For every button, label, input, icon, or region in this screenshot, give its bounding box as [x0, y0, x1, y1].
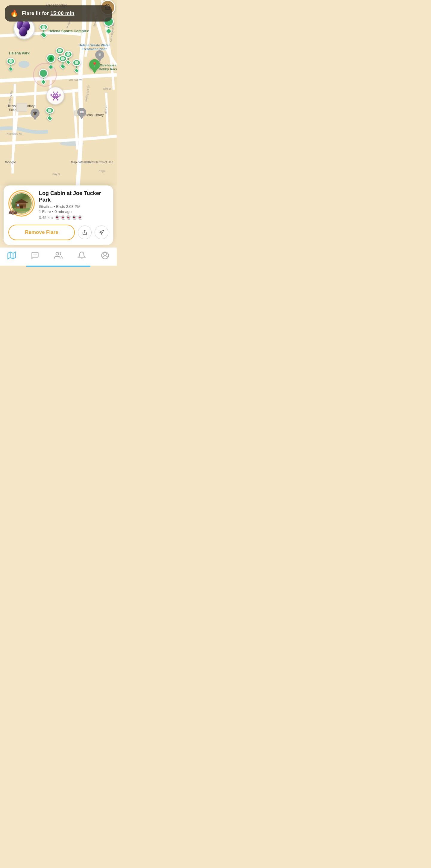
raid-info: Giratina • Ends 2:08 PM — [39, 204, 108, 209]
map-attribution: Map data ©2022 Terms of Use — [71, 161, 113, 164]
nav-item-chat[interactable] — [31, 251, 39, 259]
bottom-navigation — [0, 247, 117, 266]
distance-row: 0.45 km 👻 👻 👻 👻 👻 — [39, 215, 108, 220]
svg-rect-33 — [20, 206, 23, 209]
location-title: Log Cabin at Joe Tucker Park — [39, 190, 108, 203]
svg-marker-37 — [8, 252, 16, 259]
map-nav-icon — [7, 251, 16, 259]
svg-text:Helena Park: Helena Park — [9, 51, 30, 55]
flare-icon: 🔥 — [10, 9, 18, 17]
profile-nav-icon — [101, 251, 109, 259]
ghost-5: 👻 — [77, 215, 82, 220]
svg-text:2nd Ave W: 2nd Ave W — [69, 79, 82, 81]
ghost-1: 👻 — [55, 215, 60, 220]
share-button[interactable] — [78, 225, 92, 239]
svg-text:Elm Ct: Elm Ct — [104, 105, 107, 114]
flare-timer: 15:00 min — [50, 10, 74, 16]
nav-item-friends[interactable] — [54, 251, 62, 259]
ghost-icons-row: 👻 👻 👻 👻 👻 — [55, 215, 82, 220]
svg-text:Hobby Raceway: Hobby Raceway — [99, 67, 117, 71]
svg-rect-25 — [17, 103, 27, 112]
svg-text:Helena Waste Water: Helena Waste Water — [79, 43, 110, 47]
pokestop-6[interactable] — [71, 59, 82, 72]
svg-text:Roy D...: Roy D... — [52, 173, 62, 176]
map-view[interactable]: Ruffin Rd Starkey St Cunningham Dr 2nd A… — [0, 0, 117, 185]
svg-rect-34 — [17, 204, 19, 206]
google-watermark: Google — [5, 160, 16, 164]
svg-point-41 — [35, 254, 35, 255]
svg-point-43 — [56, 252, 59, 255]
svg-text:Engle...: Engle... — [99, 169, 108, 173]
library-poi-marker: 📖 — [77, 108, 86, 119]
nav-item-map[interactable] — [7, 251, 16, 259]
giratina-sprite[interactable]: 👾 — [47, 87, 64, 105]
distance-value: 0.45 km — [39, 215, 53, 220]
pokestop-lure-helena-park[interactable]: 🌲 — [47, 54, 55, 69]
progress-bar — [26, 266, 91, 267]
flare-banner-text: Flare lit for 15:00 min — [22, 10, 75, 17]
share-icon — [82, 230, 87, 235]
chat-nav-icon — [31, 251, 39, 259]
friends-nav-icon — [54, 251, 62, 259]
destination-marker-warehouse[interactable]: 📍 — [89, 59, 100, 73]
svg-text:Helena Sports Complex: Helena Sports Complex — [49, 29, 89, 33]
bell-nav-icon — [78, 251, 86, 259]
pokestop-school[interactable] — [44, 107, 55, 120]
pokestop-1[interactable] — [38, 24, 49, 37]
card-top-section: 🦇 Log Cabin at Joe Tucker Park Giratina … — [8, 190, 108, 220]
ghost-4: 👻 — [71, 215, 77, 220]
svg-point-40 — [33, 254, 34, 255]
giratina-card-sprite: 🦇 — [8, 208, 17, 217]
card-actions-row: Remove Flare — [8, 225, 108, 240]
nav-item-notifications[interactable] — [78, 251, 86, 259]
ghost-3: 👻 — [66, 215, 71, 220]
svg-point-1 — [19, 61, 29, 68]
svg-marker-36 — [99, 230, 104, 235]
pokestop-lure-center[interactable] — [39, 69, 48, 84]
remove-flare-button[interactable]: Remove Flare — [8, 225, 75, 240]
pokestop-2[interactable] — [5, 58, 16, 71]
location-card: 🦇 Log Cabin at Joe Tucker Park Giratina … — [4, 185, 113, 245]
pokestop-5[interactable] — [57, 55, 68, 68]
navigate-icon — [99, 230, 104, 235]
svg-text:Rosebury Rd: Rosebury Rd — [7, 132, 23, 135]
svg-text:Warehouse: Warehouse — [99, 63, 116, 67]
raid-egg-cluster[interactable] — [13, 18, 37, 42]
card-info-section: Log Cabin at Joe Tucker Park Giratina • … — [39, 190, 108, 220]
svg-point-42 — [36, 254, 36, 255]
nav-item-profile[interactable] — [101, 251, 109, 259]
flare-banner: 🔥 Flare lit for 15:00 min — [5, 5, 112, 22]
flare-count-info: 1 Flare • 0 min ago — [39, 209, 108, 214]
svg-marker-32 — [15, 199, 29, 203]
ghost-2: 👻 — [60, 215, 65, 220]
svg-text:Elm St: Elm St — [103, 87, 111, 90]
navigate-button[interactable] — [94, 225, 108, 239]
card-image-area: 🦇 — [8, 190, 35, 217]
school-poi-marker: 🎓 — [31, 108, 39, 120]
svg-point-44 — [104, 253, 106, 255]
